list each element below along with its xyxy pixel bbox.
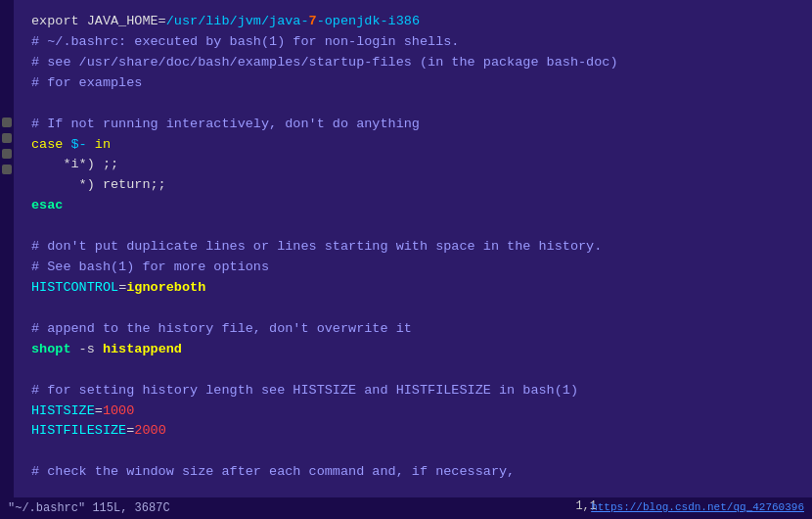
sidebar-icon-1: [2, 118, 12, 127]
line-comment-histlen: # for setting history length see HISTSIZ…: [31, 381, 794, 401]
line-comment-bashrc: # ~/.bashrc: executed by bash(1) for non…: [31, 32, 794, 53]
line-shopt: shopt -s histappend: [31, 340, 794, 360]
url-display: https://blog.csdn.net/qq_42760396: [591, 499, 804, 516]
line-esac: esac: [31, 196, 794, 216]
empty-line-1: [31, 94, 794, 115]
line-export: export JAVA_HOME=/usr/lib/jvm/java-7-ope…: [31, 12, 794, 32]
empty-line-3: [31, 299, 794, 319]
empty-line-5: [31, 442, 794, 462]
empty-line-2: [31, 216, 794, 237]
line-histcontrol: HISTCONTROL=ignoreboth: [31, 278, 794, 299]
status-file-info: "~/.bashrc" 115L, 3687C: [8, 499, 170, 518]
line-case: case $- in: [31, 135, 794, 156]
sidebar-icon-2: [2, 133, 12, 143]
line-comment-if: # If not running interactively, don't do…: [31, 115, 794, 135]
line-comment-hist1: # don't put duplicate lines or lines sta…: [31, 237, 794, 258]
line-pattern2: *) return;;: [31, 175, 794, 196]
code-content: export JAVA_HOME=/usr/lib/jvm/java-7-ope…: [25, 8, 800, 490]
line-histsize: HISTSIZE=1000: [31, 401, 794, 422]
line-comment-see: # see /usr/share/doc/bash/examples/start…: [31, 53, 794, 73]
line-comment-for: # for examples: [31, 73, 794, 94]
line-comment-append: # append to the history file, don't over…: [31, 319, 794, 340]
sidebar-icon-3: [2, 149, 12, 159]
line-comment-window: # check the window size after each comma…: [31, 462, 794, 483]
line-comment-hist2: # See bash(1) for more options: [31, 258, 794, 278]
line-pattern1: *i*) ;;: [31, 155, 794, 175]
line-histfilesize: HISTFILESIZE=2000: [31, 421, 794, 442]
terminal-window: export JAVA_HOME=/usr/lib/jvm/java-7-ope…: [0, 0, 812, 519]
empty-line-4: [31, 360, 794, 381]
sidebar-icon-4: [2, 165, 12, 174]
status-bar: "~/.bashrc" 115L, 3687C 1,1 https://blog…: [0, 497, 812, 519]
sidebar-left: [0, 0, 14, 519]
